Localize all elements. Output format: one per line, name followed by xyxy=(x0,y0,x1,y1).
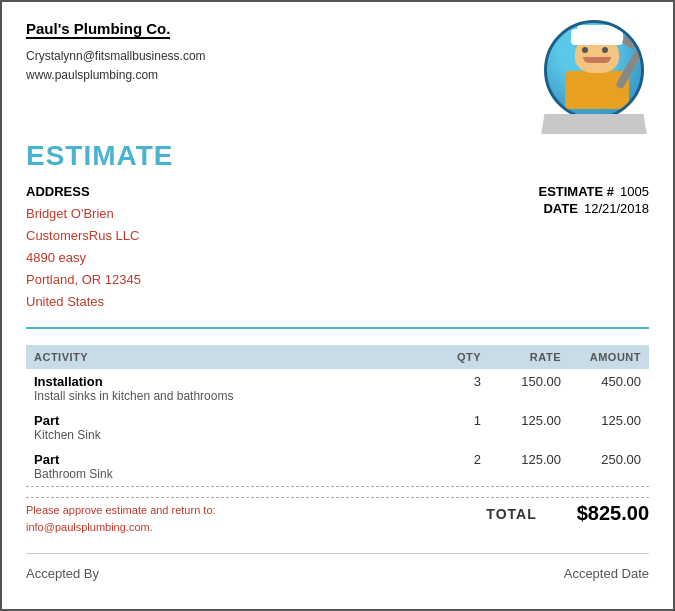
company-website: www.paulsplumbing.com xyxy=(26,66,206,85)
company-logo xyxy=(539,20,649,130)
footer-note-email: info@paulsplumbing.com. xyxy=(26,519,216,536)
table-row: Part 2 125.00 250.00 Bathroom Sink xyxy=(26,447,649,486)
item-1-qty: 3 xyxy=(401,374,481,389)
estimate-meta: ESTIMATE # 1005 DATE 12/21/2018 xyxy=(538,184,649,218)
total-value: $825.00 xyxy=(577,502,649,525)
col-header-rate: RATE xyxy=(481,351,561,363)
estimate-number-label: ESTIMATE # xyxy=(538,184,614,199)
item-3-desc: Bathroom Sink xyxy=(34,467,641,481)
item-3-qty: 2 xyxy=(401,452,481,467)
item-1-name: Installation xyxy=(34,374,401,389)
header: Paul's Plumbing Co. Crystalynn@fitsmallb… xyxy=(26,20,649,130)
company-email: Crystalynn@fitsmallbusiness.com xyxy=(26,47,206,66)
customer-street: 4890 easy xyxy=(26,247,141,269)
table-header: ACTIVITY QTY RATE AMOUNT xyxy=(26,345,649,369)
item-2-amount: 125.00 xyxy=(561,413,641,428)
estimate-number-value: 1005 xyxy=(620,184,649,199)
item-2-rate: 125.00 xyxy=(481,413,561,428)
accepted-date: Accepted Date xyxy=(564,566,649,581)
table-row: Installation 3 150.00 450.00 Install sin… xyxy=(26,369,649,408)
footer-note-line1: Please approve estimate and return to: xyxy=(26,502,216,519)
col-header-amount: AMOUNT xyxy=(561,351,641,363)
company-name: Paul's Plumbing Co. xyxy=(26,20,170,39)
customer-name: Bridget O'Brien xyxy=(26,203,141,225)
footer-note: Please approve estimate and return to: i… xyxy=(26,502,216,535)
info-row: ADDRESS Bridget O'Brien CustomersRus LLC… xyxy=(26,184,649,313)
date-label: DATE xyxy=(543,201,577,216)
table-body: Installation 3 150.00 450.00 Install sin… xyxy=(26,369,649,487)
footer-area: Please approve estimate and return to: i… xyxy=(26,497,649,535)
date-value: 12/21/2018 xyxy=(584,201,649,216)
item-3-amount: 250.00 xyxy=(561,452,641,467)
item-1-desc: Install sinks in kitchen and bathrooms xyxy=(34,389,641,403)
document-page: Paul's Plumbing Co. Crystalynn@fitsmallb… xyxy=(0,0,675,611)
address-section: ADDRESS Bridget O'Brien CustomersRus LLC… xyxy=(26,184,141,313)
address-label: ADDRESS xyxy=(26,184,141,199)
col-header-activity: ACTIVITY xyxy=(34,351,401,363)
line-items-table: ACTIVITY QTY RATE AMOUNT Installation 3 … xyxy=(26,345,649,487)
item-2-name: Part xyxy=(34,413,401,428)
total-section: TOTAL $825.00 xyxy=(486,502,649,525)
section-divider xyxy=(26,327,649,329)
table-row: Part 1 125.00 125.00 Kitchen Sink xyxy=(26,408,649,447)
document-title: ESTIMATE xyxy=(26,140,649,172)
col-header-qty: QTY xyxy=(401,351,481,363)
total-label: TOTAL xyxy=(486,506,536,522)
item-3-name: Part xyxy=(34,452,401,467)
customer-company: CustomersRus LLC xyxy=(26,225,141,247)
item-3-rate: 125.00 xyxy=(481,452,561,467)
company-info: Paul's Plumbing Co. Crystalynn@fitsmallb… xyxy=(26,20,206,85)
item-2-qty: 1 xyxy=(401,413,481,428)
acceptance-row: Accepted By Accepted Date xyxy=(26,553,649,581)
accepted-by: Accepted By xyxy=(26,566,99,581)
item-2-desc: Kitchen Sink xyxy=(34,428,641,442)
customer-country: United States xyxy=(26,291,141,313)
item-1-amount: 450.00 xyxy=(561,374,641,389)
customer-city-state-zip: Portland, OR 12345 xyxy=(26,269,141,291)
item-1-rate: 150.00 xyxy=(481,374,561,389)
